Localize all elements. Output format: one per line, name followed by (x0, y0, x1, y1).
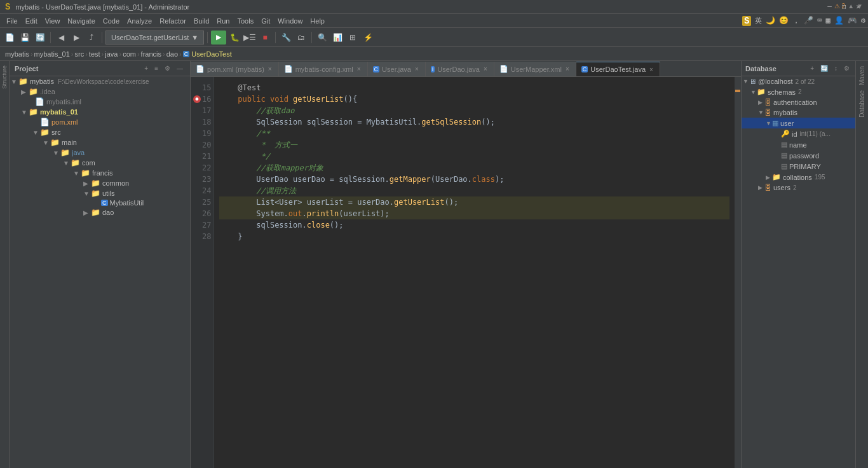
menu-view[interactable]: View (41, 14, 64, 27)
panel-add-button[interactable]: + (142, 64, 150, 72)
back-button[interactable]: ◀ (54, 31, 68, 45)
bc-francis[interactable]: francis (141, 50, 161, 58)
tree-item-mybatisutil[interactable]: C MybatisUtil (10, 198, 190, 207)
db-item-mybatis[interactable]: ▼ 🗄 mybatis (742, 107, 855, 118)
tree-item-utils[interactable]: ▼ 📁 utils (10, 188, 190, 198)
sidebar-structure-icon[interactable]: Structure (0, 64, 10, 91)
menu-help[interactable]: Help (306, 14, 329, 27)
tree-item-idea[interactable]: ▶ 📁 .idea (10, 86, 190, 97)
nav-button[interactable]: ⤴ (85, 31, 98, 45)
tab-usermapperxml[interactable]: 📄 UserMapper.xml × (494, 62, 576, 76)
power-button[interactable]: ⚡ (361, 31, 375, 45)
menu-file[interactable]: File (3, 14, 22, 27)
scroll-indicator[interactable] (735, 77, 741, 468)
bc-java[interactable]: java (105, 50, 118, 58)
tree-item-com[interactable]: ▼ 📁 com (10, 158, 190, 168)
db-item-primary[interactable]: ▤ PRIMARY (742, 161, 855, 172)
run-with-coverage[interactable]: ▶☰ (243, 31, 257, 45)
bc-test[interactable]: test (89, 50, 100, 58)
bc-mybatis01[interactable]: mybatis_01 (34, 50, 70, 58)
bc-src[interactable]: src (75, 50, 85, 58)
sdk-button[interactable]: 🔧 (279, 31, 293, 45)
tree-item-francis[interactable]: ▼ 📁 francis (10, 168, 190, 178)
tab-close-usermapperxml[interactable]: × (564, 65, 571, 72)
panel-settings-button[interactable]: ⚙ (163, 64, 172, 72)
tree-item-main[interactable]: ▼ 📁 main (10, 137, 190, 148)
ime-icon2[interactable]: 😊 (779, 16, 789, 25)
save-button[interactable]: 💾 (18, 31, 32, 45)
db-sync-button[interactable]: ↕ (832, 64, 839, 72)
db-item-authentication[interactable]: ▶ 🗄 authentication (742, 97, 855, 107)
tree-item-mybatis01[interactable]: ▼ 📁 mybatis_01 (10, 107, 190, 117)
method-dropdown[interactable]: UserDaoTest.getUserList ▼ (105, 31, 204, 45)
search-button[interactable]: 🔍 (315, 31, 329, 45)
tab-userdaotestjava[interactable]: C UserDaoTest.java × (576, 62, 660, 76)
menu-analyze[interactable]: Analyze (123, 14, 156, 27)
tree-item-dao[interactable]: ▶ 📁 dao (10, 207, 190, 217)
tree-item-java[interactable]: ▼ 📁 java (10, 148, 190, 158)
tab-close-mybatisconfig[interactable]: × (356, 65, 362, 72)
tree-item-common[interactable]: ▶ 📁 common (10, 178, 190, 188)
ime-icon5[interactable]: ⌨ (817, 16, 822, 25)
menu-tools[interactable]: Tools (233, 14, 257, 27)
ime-icon7[interactable]: 👤 (834, 16, 844, 25)
menu-navigate[interactable]: Navigate (64, 14, 98, 27)
forward-button[interactable]: ▶ (69, 31, 83, 45)
tree-item-src[interactable]: ▼ 📁 src (10, 127, 190, 137)
tab-close-pomxml[interactable]: × (267, 65, 273, 72)
ime-icon3[interactable]: ， (792, 15, 800, 26)
ime-icon8[interactable]: 🎮 (848, 16, 857, 25)
tab-userjava[interactable]: C User.java × (368, 62, 426, 76)
menu-window[interactable]: Window (274, 14, 306, 27)
ime-icon9[interactable]: ⚙ (861, 16, 865, 25)
tree-item-pomxml[interactable]: 📄 pom.xml (10, 117, 190, 127)
debug-button[interactable]: 🐛 (227, 31, 241, 45)
run-button[interactable]: ▶ (211, 31, 226, 45)
bc-com[interactable]: com (123, 50, 136, 58)
tab-close-userdaotest[interactable]: × (648, 66, 654, 73)
structure-button[interactable]: 🗂 (294, 31, 308, 45)
tab-mybatisconfig[interactable]: 📄 mybatis-config.xml × (279, 62, 368, 76)
code-content[interactable]: ⚠ 2 ▲ ▼ @Test public void getUserList(){… (214, 77, 735, 468)
tree-item-mybatisiml[interactable]: 📄 mybatis.iml (10, 97, 190, 107)
minimize-button[interactable]: — (825, 3, 834, 11)
tree-item-mybatis[interactable]: ▼ 📁 mybatis F:\DevWorkspace\code\exercis… (10, 76, 190, 86)
stop-button[interactable]: ■ (258, 31, 272, 45)
ime-icon4[interactable]: 🎤 (804, 16, 813, 25)
tab-close-userdaojava[interactable]: × (482, 65, 489, 72)
db-settings-button[interactable]: ⚙ (842, 64, 851, 72)
db-item-schemas[interactable]: ▼ 📁 schemas 2 (742, 86, 855, 97)
db-item-col-password[interactable]: ▤ password (742, 150, 855, 161)
tab-close-userjava[interactable]: × (414, 65, 420, 72)
db-add-button[interactable]: + (808, 64, 816, 72)
tab-pomxml[interactable]: 📄 pom.xml (mybatis) × (191, 62, 279, 76)
menu-edit[interactable]: Edit (22, 14, 41, 27)
refresh-button[interactable]: 🔄 (33, 31, 47, 45)
vtab-maven[interactable]: Maven (857, 64, 867, 88)
bc-mybatis[interactable]: mybatis (5, 50, 29, 58)
tab-userdaojava[interactable]: I UserDao.java × (426, 62, 494, 76)
ime-lang[interactable]: 英 (755, 16, 762, 25)
menu-git[interactable]: Git (257, 14, 274, 27)
bc-dao[interactable]: dao (166, 50, 178, 58)
terminal-button[interactable]: ⊞ (346, 31, 360, 45)
panel-scroll-button[interactable]: ≡ (153, 64, 160, 72)
menu-build[interactable]: Build (190, 14, 213, 27)
db-item-collations[interactable]: ▶ 📁 collations 195 (742, 172, 855, 182)
bc-userdaotest[interactable]: C UserDaoTest (183, 50, 232, 58)
panel-close-button[interactable]: — (175, 64, 185, 72)
menu-run[interactable]: Run (213, 14, 233, 27)
ime-icon1[interactable]: 🌙 (766, 16, 775, 25)
vcs-button[interactable]: 📊 (330, 31, 344, 45)
menu-refactor[interactable]: Refactor (156, 14, 190, 27)
db-item-users[interactable]: ▶ 🗄 users 2 (742, 182, 855, 193)
new-file-button[interactable]: 📄 (3, 31, 17, 45)
db-item-localhost[interactable]: ▼ 🖥 @localhost 2 of 22 (742, 76, 855, 86)
menu-code[interactable]: Code (99, 14, 123, 27)
db-refresh-button[interactable]: 🔄 (818, 64, 830, 72)
db-item-col-id[interactable]: 🔑 id int(11) (a... (742, 128, 855, 139)
ime-icon6[interactable]: ▦ (826, 16, 831, 25)
db-item-col-name[interactable]: ▤ name (742, 139, 855, 150)
vtab-database[interactable]: Database (857, 88, 867, 120)
db-item-user[interactable]: ▼ ▦ user (742, 118, 855, 128)
